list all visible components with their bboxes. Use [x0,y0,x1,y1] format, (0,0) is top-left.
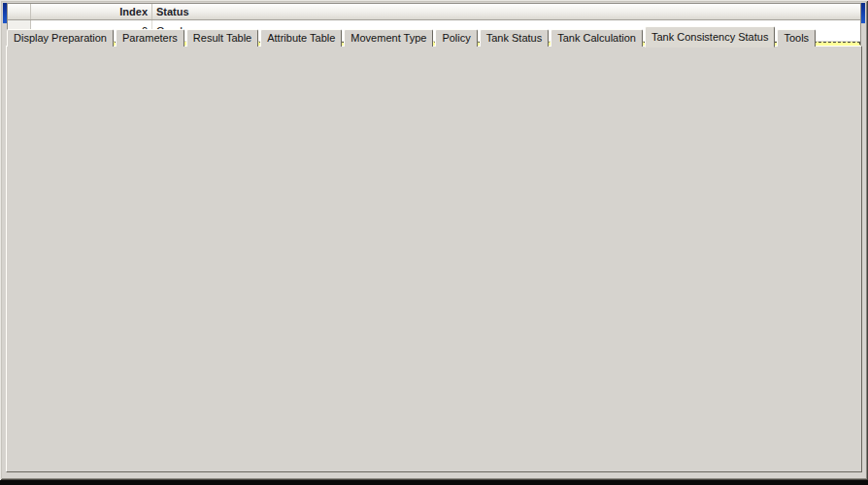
tab-result-table[interactable]: Result Table [186,29,258,47]
desktop-edge [0,480,868,485]
utility-settings-window: Utility & Settings X Display Preparation… [0,0,868,480]
column-header-status[interactable]: Status [152,4,860,19]
column-header-index[interactable]: Index [31,4,152,19]
tab-attribute-table[interactable]: Attribute Table [260,29,342,47]
tab-page-tank-consistency-status [6,46,862,472]
tab-tank-status[interactable]: Tank Status [480,29,549,47]
tab-display-preparation[interactable]: Display Preparation [7,29,114,47]
grid-header-row: Index Status [8,4,860,20]
tab-tank-consistency-status[interactable]: Tank Consistency Status [645,26,775,48]
tab-policy[interactable]: Policy [435,29,477,47]
tab-movement-type[interactable]: Movement Type [344,29,433,47]
tab-strip: Display Preparation Parameters Result Ta… [7,26,861,47]
tab-tools[interactable]: Tools [777,29,816,47]
grid-corner-cell[interactable] [8,4,31,19]
tab-parameters[interactable]: Parameters [116,29,184,47]
tab-tank-calculation[interactable]: Tank Calculation [551,29,643,47]
